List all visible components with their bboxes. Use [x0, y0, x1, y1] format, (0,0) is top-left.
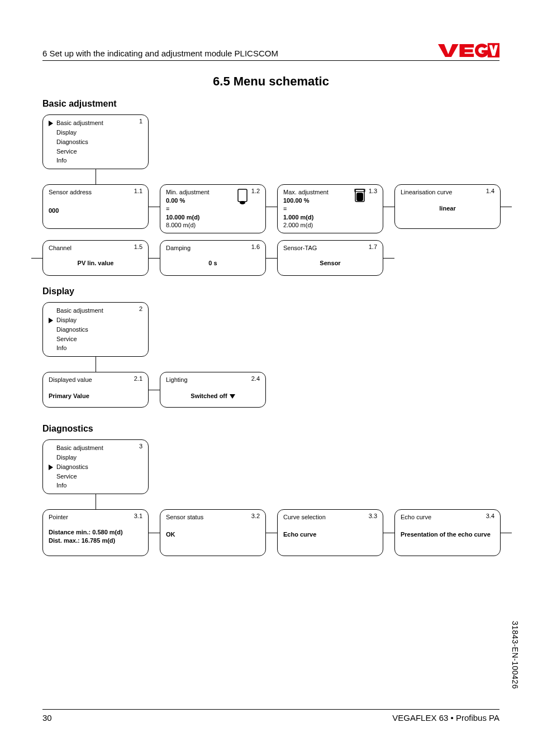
node-number: 1 — [139, 117, 142, 126]
menu-root-basic: 1 Basic adjustment Display Diagnostics S… — [42, 114, 149, 169]
menu-item-display: Display — [56, 317, 77, 323]
document-code: 31843-EN-100426 — [511, 621, 520, 689]
menu-item-service: Service — [49, 334, 142, 344]
node-number: 3 — [139, 442, 142, 451]
node-number: 3.1 — [134, 512, 142, 520]
node-dist: 8.000 m(d) — [166, 221, 260, 229]
node-pointer: 3.1 Pointer Distance min.: 0.580 m(d) Di… — [42, 509, 149, 556]
node-title: Pointer — [49, 513, 142, 521]
selection-arrow-icon — [49, 465, 53, 470]
connector — [149, 258, 160, 259]
node-number: 1.1 — [134, 187, 142, 195]
node-number: 3.3 — [369, 512, 377, 520]
connector — [383, 533, 394, 533]
svg-rect-7 — [356, 193, 363, 201]
node-title: Damping — [166, 244, 260, 252]
node-value: 0 s — [166, 259, 260, 267]
node-title: Displayed value — [49, 376, 142, 384]
node-title: Sensor-TAG — [283, 244, 377, 252]
selection-arrow-icon — [49, 318, 53, 323]
svg-marker-1 — [438, 44, 459, 57]
page-chapter: 6 Set up with the indicating and adjustm… — [42, 49, 278, 58]
tank-full-icon — [354, 188, 366, 207]
subhead-diagnostics: Diagnostics — [42, 424, 499, 434]
menu-root-display: 2 Basic adjustment Display Diagnostics S… — [42, 302, 149, 357]
page-number: 30 — [42, 713, 52, 722]
menu-item-basic: Basic adjustment — [49, 443, 142, 453]
node-value: Switched off — [191, 393, 227, 399]
node-number: 1.5 — [134, 243, 142, 251]
connector — [96, 169, 96, 184]
menu-item-diagnostics: Diagnostics — [49, 137, 142, 147]
section-title: 6.5 Menu schematic — [42, 74, 499, 89]
subhead-basic: Basic adjustment — [42, 99, 499, 109]
tank-empty-icon — [236, 188, 249, 207]
node-dist-bold: 1.000 m(d) — [283, 213, 377, 222]
node-number: 1.2 — [251, 187, 260, 195]
node-dist: 2.000 m(d) — [283, 221, 377, 229]
node-channel: 1.5 Channel PV lin. value — [42, 240, 149, 276]
connector — [96, 494, 96, 509]
node-number: 3.2 — [251, 512, 260, 520]
svg-point-5 — [240, 201, 245, 204]
node-displayed-value: 2.1 Displayed value Primary Value — [42, 372, 149, 408]
menu-item-info: Info — [49, 343, 142, 353]
node-number: 1.4 — [486, 187, 494, 195]
vega-logo-icon — [438, 42, 499, 58]
connector — [383, 207, 394, 207]
node-echo-curve: 3.4 Echo curve Presentation of the echo … — [394, 509, 501, 556]
node-value: linear — [401, 204, 494, 213]
node-value: Primary Value — [49, 392, 142, 400]
node-lighting: 2.4 Lighting Switched off — [160, 372, 266, 408]
connector — [501, 207, 512, 207]
connector — [266, 207, 277, 207]
node-number: 1.3 — [369, 187, 377, 195]
node-title: Echo curve — [401, 513, 494, 521]
node-value: 000 — [49, 207, 142, 215]
node-value: Presentation of the echo curve — [401, 530, 494, 539]
menu-item-service: Service — [49, 147, 142, 156]
connector — [501, 533, 512, 533]
menu-item-diagnostics: Diagnostics — [49, 325, 142, 334]
node-number: 2.4 — [251, 375, 260, 383]
menu-item-diagnostics: Diagnostics — [56, 463, 88, 470]
node-number: 2.1 — [134, 375, 142, 383]
connector — [266, 258, 277, 259]
node-sensor-tag: 1.7 Sensor-TAG Sensor — [277, 240, 383, 276]
node-sensor-status: 3.2 Sensor status OK — [160, 509, 266, 556]
node-number: 1.7 — [369, 243, 377, 251]
node-min-adjustment: 1.2 Min. adjustment 0.00 % = 10.000 m(d)… — [160, 184, 266, 233]
node-title: Linearisation curve — [401, 188, 494, 197]
menu-item-basic: Basic adjustment — [56, 119, 103, 126]
footer-doc: VEGAFLEX 63 • Profibus PA — [392, 713, 499, 722]
node-dist-bold: 10.000 m(d) — [166, 213, 260, 222]
node-sensor-address: 1.1 Sensor address 000 — [42, 184, 149, 229]
node-number: 1.6 — [251, 243, 260, 251]
node-title: Curve selection — [283, 513, 377, 521]
node-number: 3.4 — [486, 512, 494, 520]
menu-root-diagnostics: 3 Basic adjustment Display Diagnostics S… — [42, 439, 149, 494]
connector — [149, 533, 160, 533]
node-number: 2 — [139, 305, 142, 313]
subhead-display: Display — [42, 286, 499, 296]
selection-arrow-icon — [49, 121, 53, 126]
node-max-adjustment: 1.3 Max. adjustment 100.00 % = 1.000 m(d… — [277, 184, 383, 233]
menu-item-info: Info — [49, 481, 142, 490]
menu-item-service: Service — [49, 472, 142, 481]
svg-marker-2 — [460, 44, 474, 57]
node-title: Lighting — [166, 376, 260, 384]
svg-rect-4 — [238, 189, 247, 202]
connector — [149, 207, 160, 207]
node-value: Sensor — [283, 259, 377, 267]
node-line1: Distance min.: 0.580 m(d) — [49, 528, 142, 537]
connector — [149, 390, 160, 390]
node-value: OK — [166, 530, 260, 539]
node-curve-selection: 3.3 Curve selection Echo curve — [277, 509, 383, 556]
node-line2: Dist. max.: 16.785 m(d) — [49, 537, 142, 545]
connector — [96, 357, 96, 372]
dropdown-arrow-icon — [230, 394, 235, 399]
connector — [266, 533, 277, 533]
node-value: PV lin. value — [49, 259, 142, 267]
node-damping: 1.6 Damping 0 s — [160, 240, 266, 276]
connector — [31, 258, 42, 259]
